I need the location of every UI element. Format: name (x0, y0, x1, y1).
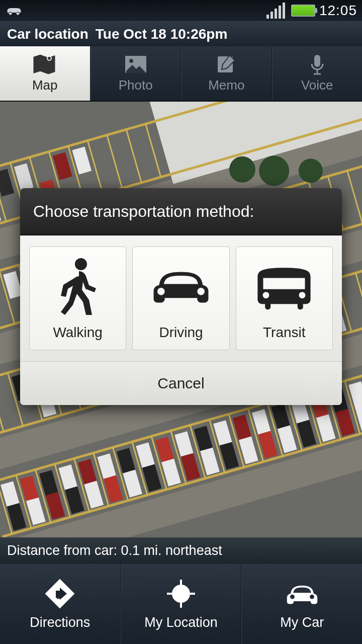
tab-memo[interactable]: Memo (181, 46, 272, 101)
car-status-icon (5, 4, 23, 17)
option-walking[interactable]: Walking (29, 247, 126, 350)
option-label: Driving (159, 325, 203, 341)
svg-rect-4 (314, 55, 320, 67)
cancel-button[interactable]: Cancel (20, 361, 342, 405)
transport-dialog: Choose transportation method: Walking Dr… (20, 188, 342, 405)
map-icon (33, 54, 56, 74)
title-datetime: Tue Oct 18 10:26pm (96, 26, 227, 42)
voice-icon (306, 54, 329, 74)
tab-label: Photo (119, 77, 153, 93)
tab-label: Map (32, 77, 58, 93)
nav-my-location[interactable]: My Location (121, 564, 242, 644)
transit-icon (254, 257, 314, 317)
battery-icon (291, 5, 315, 17)
tab-photo[interactable]: Photo (90, 46, 182, 101)
directions-icon (44, 578, 76, 610)
distance-bar: Distance from car: 0.1 mi. northeast (0, 537, 362, 564)
map-view[interactable]: Choose transportation method: Walking Dr… (0, 102, 362, 537)
svg-point-2 (129, 59, 133, 63)
tab-map[interactable]: Map (0, 46, 90, 101)
option-driving[interactable]: Driving (132, 247, 229, 350)
bottom-nav: Directions My Location My Car (0, 564, 362, 644)
tab-label: Memo (208, 77, 244, 93)
nav-label: My Car (280, 615, 324, 630)
driving-icon (151, 257, 211, 317)
svg-point-176 (179, 592, 183, 596)
status-clock: 12:05 (319, 3, 357, 19)
tab-label: Voice (301, 77, 333, 93)
signal-icon (266, 3, 285, 19)
dialog-title: Choose transportation method: (20, 188, 342, 235)
title-bar: Car location Tue Oct 18 10:26pm (0, 21, 362, 46)
nav-my-car[interactable]: My Car (241, 564, 362, 644)
memo-icon (215, 54, 238, 74)
option-label: Walking (53, 325, 103, 341)
option-label: Transit (263, 325, 306, 341)
walking-icon (48, 257, 108, 317)
status-bar: 12:05 (0, 0, 362, 21)
tab-bar: Map Photo Memo Voice (0, 46, 362, 102)
nav-label: Directions (30, 615, 90, 630)
locate-icon (165, 578, 197, 610)
nav-label: My Location (144, 615, 218, 630)
nav-directions[interactable]: Directions (0, 564, 121, 644)
svg-point-174 (75, 258, 87, 270)
option-transit[interactable]: Transit (236, 247, 333, 350)
svg-point-0 (47, 56, 51, 60)
tab-voice[interactable]: Voice (272, 46, 363, 101)
car-icon (286, 578, 318, 610)
photo-icon (124, 54, 147, 74)
title-label: Car location (7, 26, 88, 42)
